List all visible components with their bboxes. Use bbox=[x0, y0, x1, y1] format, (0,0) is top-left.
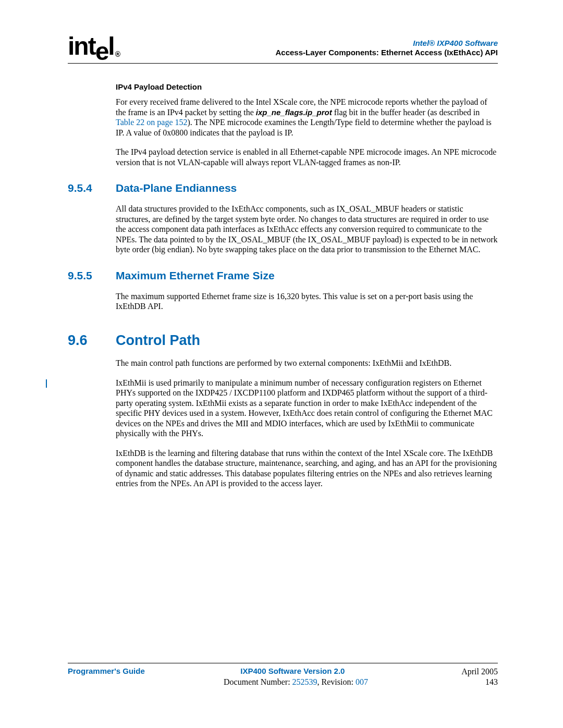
sec96-p2: IxEthMii is used primarily to manipulate… bbox=[116, 378, 493, 438]
section-955-num: 9.5.5 bbox=[68, 269, 116, 282]
page-header: intel® Intel® IXP400 Software Access-Lay… bbox=[68, 34, 498, 59]
ipv4-heading: IPv4 Payload Detection bbox=[116, 82, 498, 92]
header-rule bbox=[68, 63, 498, 64]
section-955-title: Maximum Ethernet Frame Size bbox=[116, 269, 275, 282]
section-96-title: Control Path bbox=[116, 332, 200, 349]
section-954-row: 9.5.4 Data-Plane Endianness bbox=[68, 182, 498, 194]
footer-docnum: 252539 bbox=[292, 677, 317, 686]
footer-rev: 007 bbox=[356, 677, 368, 686]
ipv4-p1-b: flag bit in the buffer header (as descri… bbox=[332, 108, 480, 117]
sec96-p1: The main control path functions are perf… bbox=[116, 358, 498, 368]
section-954-title: Data-Plane Endianness bbox=[116, 182, 237, 194]
page-footer: Programmer's Guide IXP400 Software Versi… bbox=[68, 663, 498, 687]
header-product-line: Intel® IXP400 Software bbox=[275, 39, 498, 48]
footer-version: IXP400 Software Version 2.0 bbox=[145, 667, 440, 677]
section-955-row: 9.5.5 Maximum Ethernet Frame Size bbox=[68, 269, 498, 282]
sec954-p1: All data structures provided to the IxEt… bbox=[116, 204, 498, 255]
intel-logo: intel® bbox=[68, 34, 118, 59]
ipv4-p2: The IPv4 payload detection service is en… bbox=[116, 147, 498, 167]
change-bar-icon bbox=[46, 379, 47, 388]
sec955-p1: The maximum supported Ethernet frame siz… bbox=[116, 291, 498, 312]
section-96-num: 9.6 bbox=[68, 332, 116, 349]
ipv4-p1: For every received frame delivered to th… bbox=[116, 97, 498, 138]
sec96-p3: IxEthDB is the learning and filtering da… bbox=[116, 448, 498, 489]
sec96-p2-wrap: IxEthMii is used primarily to manipulate… bbox=[116, 378, 498, 439]
footer-date: April 2005 bbox=[440, 667, 498, 677]
header-text-block: Intel® IXP400 Software Access-Layer Comp… bbox=[275, 39, 498, 59]
table22-xref[interactable]: Table 22 on page 152 bbox=[116, 118, 188, 127]
footer-rev-label: , Revision: bbox=[317, 677, 356, 686]
footer-page: 143 bbox=[440, 677, 498, 687]
footer-docnum-label: Document Number: bbox=[224, 677, 292, 686]
section-954-num: 9.5.4 bbox=[68, 182, 116, 194]
ipv4-flag: ixp_ne_flags.ip_prot bbox=[256, 108, 332, 117]
section-96-row: 9.6 Control Path bbox=[68, 332, 498, 349]
header-chapter-line: Access-Layer Components: Ethernet Access… bbox=[275, 48, 498, 58]
footer-guide: Programmer's Guide bbox=[68, 667, 145, 677]
footer-docline: Document Number: 252539, Revision: 007 bbox=[151, 677, 440, 687]
